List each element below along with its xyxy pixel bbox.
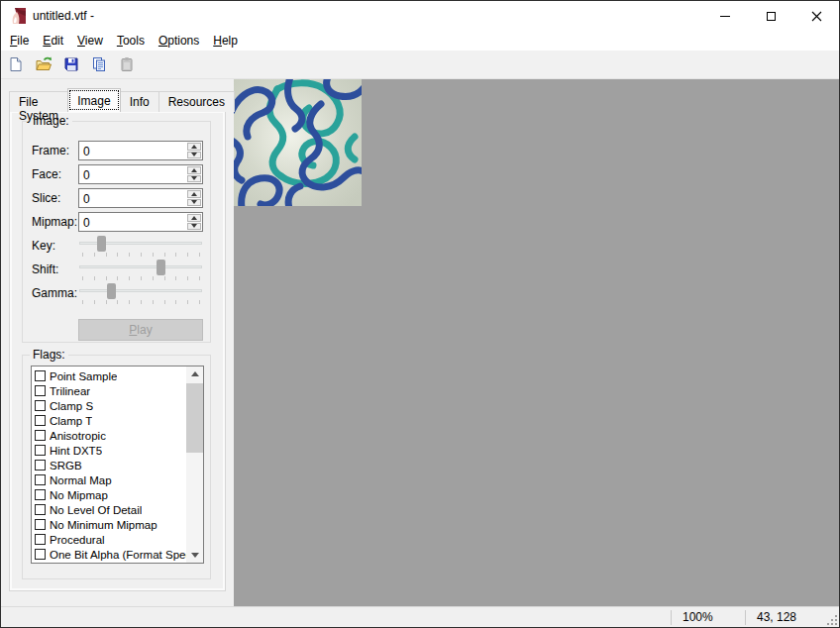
key-slider-thumb[interactable] xyxy=(97,236,106,252)
checkbox-icon[interactable] xyxy=(35,430,46,441)
menu-tools[interactable]: Tools xyxy=(110,32,152,50)
slider-track[interactable] xyxy=(79,289,202,292)
tab-image[interactable]: Image xyxy=(67,88,120,112)
flags-groupbox: Flags: Point Sample Trilinear Clamp S Cl… xyxy=(22,355,211,579)
mipmap-up-button[interactable] xyxy=(187,214,201,222)
checkbox-icon[interactable] xyxy=(35,460,46,471)
app-window: untitled.vtf - File Edit View Tools Opti… xyxy=(0,0,840,628)
menu-bar: File Edit View Tools Options Help xyxy=(1,31,839,51)
flag-item-hint-dxt5[interactable]: Hint DXT5 xyxy=(32,443,186,458)
slice-down-button[interactable] xyxy=(187,199,201,207)
save-button[interactable] xyxy=(61,54,81,74)
resize-grip[interactable] xyxy=(821,607,839,627)
frame-up-button[interactable] xyxy=(187,143,201,151)
maximize-icon xyxy=(767,12,776,21)
face-spinner[interactable]: 0 xyxy=(78,164,203,184)
down-arrow-icon xyxy=(191,200,197,204)
checkbox-icon[interactable] xyxy=(35,489,46,500)
maximize-button[interactable] xyxy=(748,1,793,31)
window-title: untitled.vtf - xyxy=(33,9,94,23)
flag-item-clamp-t[interactable]: Clamp T xyxy=(32,413,186,428)
frame-row: Frame: 0 xyxy=(32,139,210,162)
flag-item-srgb[interactable]: SRGB xyxy=(32,458,186,472)
tab-info[interactable]: Info xyxy=(120,91,159,112)
slice-value[interactable]: 0 xyxy=(79,189,186,207)
menu-file[interactable]: File xyxy=(3,32,36,50)
flags-listbox[interactable]: Point Sample Trilinear Clamp S Clamp T A… xyxy=(31,366,204,564)
flags-scrollbar[interactable] xyxy=(186,366,203,563)
play-button-label: Play xyxy=(129,323,152,337)
slice-spinner[interactable]: 0 xyxy=(78,188,203,208)
toolbar xyxy=(1,51,839,79)
flag-item-trilinear[interactable]: Trilinear xyxy=(32,383,186,398)
slice-up-button[interactable] xyxy=(187,190,201,198)
checkbox-icon[interactable] xyxy=(35,370,46,381)
checkbox-icon[interactable] xyxy=(35,400,46,411)
scroll-down-button[interactable] xyxy=(186,548,203,563)
face-value[interactable]: 0 xyxy=(79,165,186,183)
new-file-button[interactable] xyxy=(6,54,26,74)
open-file-button[interactable] xyxy=(34,54,53,74)
slider-ticks xyxy=(82,300,201,304)
copy-button[interactable] xyxy=(89,54,109,74)
tab-file-system[interactable]: File System xyxy=(9,91,68,112)
menu-help[interactable]: Help xyxy=(206,32,245,50)
flag-item-no-level-of-detail[interactable]: No Level Of Detail xyxy=(32,502,186,517)
checkbox-icon[interactable] xyxy=(35,385,46,396)
frame-value[interactable]: 0 xyxy=(79,142,186,159)
menu-options[interactable]: Options xyxy=(152,32,206,50)
checkbox-icon[interactable] xyxy=(35,534,46,545)
scroll-up-button[interactable] xyxy=(186,366,203,381)
copy-icon xyxy=(91,56,107,72)
face-down-button[interactable] xyxy=(187,175,201,183)
flag-item-normal-map[interactable]: Normal Map xyxy=(32,472,186,487)
app-icon xyxy=(10,8,26,24)
mipmap-spinner[interactable]: 0 xyxy=(78,212,203,232)
slider-track[interactable] xyxy=(79,265,202,268)
key-slider[interactable] xyxy=(78,235,203,257)
left-panel: File System Image Info Resources Image: … xyxy=(1,79,234,606)
menu-view[interactable]: View xyxy=(70,32,110,50)
texture-canvas xyxy=(234,79,839,606)
paste-button[interactable] xyxy=(117,54,137,74)
mipmap-value[interactable]: 0 xyxy=(79,213,186,231)
gamma-slider[interactable] xyxy=(78,282,203,304)
gamma-slider-thumb[interactable] xyxy=(107,283,116,299)
frame-spinner[interactable]: 0 xyxy=(78,141,203,160)
face-up-button[interactable] xyxy=(187,166,201,174)
shift-slider[interactable] xyxy=(78,259,203,280)
texture-preview xyxy=(234,79,362,206)
frame-down-button[interactable] xyxy=(187,152,201,159)
close-button[interactable] xyxy=(793,1,839,31)
slider-ticks xyxy=(82,253,201,257)
flag-item-one-bit-alpha[interactable]: One Bit Alpha (Format Spec xyxy=(32,547,186,562)
shift-slider-thumb[interactable] xyxy=(157,260,165,275)
scrollbar-thumb[interactable] xyxy=(186,383,203,453)
up-arrow-icon xyxy=(191,168,197,172)
down-arrow-icon xyxy=(191,553,199,558)
up-arrow-icon xyxy=(191,216,197,220)
flag-item-anisotropic[interactable]: Anisotropic xyxy=(32,428,186,443)
flag-item-no-minimum-mipmap[interactable]: No Minimum Mipmap xyxy=(32,517,186,532)
key-row: Key: xyxy=(32,234,210,258)
close-icon xyxy=(811,11,822,22)
gamma-label: Gamma: xyxy=(32,286,78,300)
checkbox-icon[interactable] xyxy=(35,445,46,456)
mipmap-row: Mipmap: 0 xyxy=(32,210,210,234)
flag-item-no-mipmap[interactable]: No Mipmap xyxy=(32,487,186,502)
checkbox-icon[interactable] xyxy=(35,504,46,515)
minimize-button[interactable] xyxy=(702,1,748,31)
flag-item-point-sample[interactable]: Point Sample xyxy=(32,368,186,383)
tab-resources[interactable]: Resources xyxy=(158,91,235,112)
cursor-coordinates: 43, 128 xyxy=(746,610,821,624)
checkbox-icon[interactable] xyxy=(35,474,46,485)
play-button[interactable]: Play xyxy=(78,319,203,341)
menu-edit[interactable]: Edit xyxy=(36,32,70,50)
checkbox-icon[interactable] xyxy=(35,549,46,560)
checkbox-icon[interactable] xyxy=(35,519,46,530)
flag-item-clamp-s[interactable]: Clamp S xyxy=(32,398,186,413)
down-arrow-icon xyxy=(191,176,197,180)
mipmap-down-button[interactable] xyxy=(187,223,201,231)
flag-item-procedural[interactable]: Procedural xyxy=(32,532,186,547)
checkbox-icon[interactable] xyxy=(35,415,46,426)
